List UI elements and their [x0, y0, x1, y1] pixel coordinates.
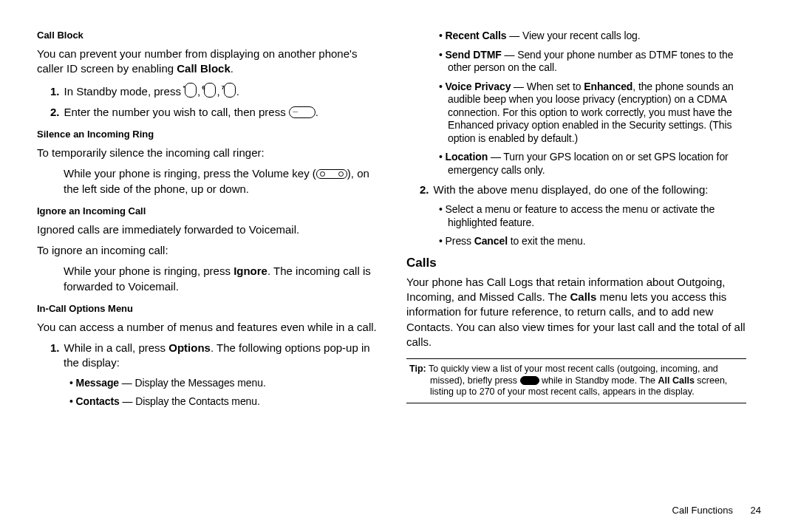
call-block-step-2: 2.Enter the number you wish to call, the… — [37, 105, 377, 120]
right-column: • Recent Calls — View your recent calls … — [392, 30, 746, 517]
key-star-icon — [185, 83, 197, 98]
volume-key-icon — [316, 169, 347, 179]
step-number: 1. — [50, 341, 60, 354]
key-6-icon — [204, 83, 216, 98]
text: While in a call, press — [64, 341, 169, 354]
bullet-voice-privacy: • Voice Privacy — When set to Enhanced, … — [406, 81, 746, 146]
talk-key-icon — [289, 106, 316, 118]
text: . — [236, 85, 239, 98]
text: . — [231, 62, 233, 75]
text: In Standby mode, press — [64, 85, 185, 98]
heading-in-call-options: In-Call Options Menu — [37, 303, 377, 314]
bullet-recent-calls: • Recent Calls — View your recent calls … — [406, 30, 746, 43]
text: — Display the Contacts menu. — [120, 395, 260, 407]
silence-step: While your phone is ringing, press the V… — [37, 166, 377, 197]
term-call-block: Call Block — [177, 62, 231, 75]
text: Enter the number you wish to call, then … — [64, 106, 289, 118]
sub-bullet-select: • Select a menu or feature to access the… — [406, 203, 746, 229]
term-options: Options — [168, 341, 211, 354]
step-number: 1. — [50, 85, 60, 98]
left-column: Call Block You can prevent your number f… — [37, 30, 392, 517]
call-block-step-1: 1.In Standby mode, press , , . — [37, 83, 377, 99]
text: — When set to — [511, 81, 584, 92]
heading-ignore-call: Ignore an Incoming Call — [37, 205, 377, 216]
term-cancel: Cancel — [474, 235, 508, 247]
heading-call-block: Call Block — [37, 30, 377, 41]
incall-step-2: 2.With the above menu displayed, do one … — [406, 183, 746, 197]
heading-calls: Calls — [406, 256, 746, 270]
call-block-desc: You can prevent your number from display… — [37, 47, 377, 77]
page-footer: Call Functions 24 — [672, 505, 761, 516]
bullet-send-dtmf: • Send DTMF — Send your phone number as … — [406, 49, 746, 75]
text: — Display the Messages menu. — [119, 377, 266, 389]
text: — Turn your GPS location on or set GPS l… — [448, 151, 729, 176]
text: While your phone is ringing, press the V… — [64, 167, 316, 180]
manual-page: Call Block You can prevent your number f… — [0, 0, 798, 532]
key-7-icon — [224, 83, 236, 98]
text: Select a menu or feature to access the m… — [446, 203, 715, 228]
text: Press — [446, 235, 474, 247]
text: — View your recent calls log. — [506, 30, 640, 41]
heading-silence-ring: Silence an Incoming Ring — [37, 129, 377, 140]
term-recent-calls: Recent Calls — [446, 30, 507, 41]
ignore-p1: Ignored calls are immediately forwarded … — [37, 222, 377, 237]
tip-box: Tip: To quickly view a list of your most… — [406, 358, 746, 403]
text: While your phone is ringing, press — [64, 265, 233, 277]
page-number: 24 — [751, 505, 761, 516]
bullet-location: • Location — Turn your GPS location on o… — [406, 151, 746, 177]
text: . — [316, 106, 318, 118]
term-location: Location — [446, 151, 488, 163]
term-all-calls: All Calls — [658, 375, 695, 386]
term-ignore: Ignore — [233, 265, 267, 277]
bullet-contacts: • Contacts — Display the Contacts menu. — [37, 395, 377, 409]
talk-key-icon — [520, 376, 539, 385]
silence-intro: To temporarily silence the incoming call… — [37, 146, 377, 160]
step-number: 2. — [50, 106, 60, 118]
term-voice-privacy: Voice Privacy — [446, 81, 511, 92]
bullet-message: • Message — Display the Messages menu. — [37, 377, 377, 390]
incall-step-1: 1.While in a call, press Options. The fo… — [37, 341, 377, 371]
term-calls: Calls — [570, 290, 597, 303]
ignore-step: While your phone is ringing, press Ignor… — [37, 264, 377, 294]
sub-bullet-cancel: • Press Cancel to exit the menu. — [406, 235, 746, 248]
ignore-p2: To ignore an incoming call: — [37, 243, 377, 258]
step-number: 2. — [420, 183, 429, 196]
text: With the above menu displayed, do one of… — [434, 183, 709, 196]
term-send-dtmf: Send DTMF — [446, 49, 502, 61]
term-message: Message — [76, 377, 119, 389]
text: to exit the menu. — [508, 235, 586, 247]
incall-intro: You can access a number of menus and fea… — [37, 320, 377, 335]
term-contacts: Contacts — [76, 395, 120, 407]
tip-content: Tip: To quickly view a list of your most… — [409, 364, 743, 398]
calls-para: Your phone has Call Logs that retain inf… — [406, 275, 746, 349]
footer-section: Call Functions — [672, 505, 733, 516]
term-enhanced: Enhanced — [584, 81, 632, 92]
text: while in Standby mode. The — [539, 375, 658, 386]
tip-label: Tip: — [409, 364, 426, 374]
